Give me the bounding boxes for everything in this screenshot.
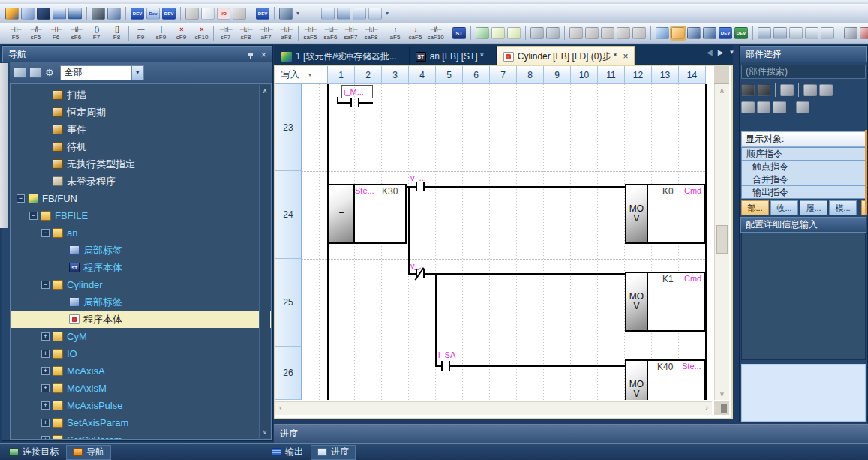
find-next-part-icon[interactable] (757, 84, 770, 96)
delete-vertical-line-button[interactable]: × cF10 (191, 26, 212, 41)
tree-item[interactable]: 未登录程序 (11, 173, 271, 190)
rising-pulse-button[interactable]: ⊣↑⊢ sF7 (215, 26, 236, 41)
remove-part-icon[interactable] (819, 84, 833, 96)
expand-toggle[interactable]: + (41, 367, 50, 375)
project-view-icon[interactable] (5, 8, 19, 20)
part-panel-tab[interactable]: 模... (829, 200, 857, 215)
vertical-line-button[interactable]: | sF9 (151, 26, 171, 41)
device-batch-icon[interactable]: DEV (256, 8, 269, 20)
edit-mode-icon[interactable] (671, 27, 685, 39)
mov-instruction-box[interactable]: MOV (626, 273, 648, 330)
scrollbar-thumb[interactable] (716, 225, 728, 254)
tree-item[interactable]: + SetCyParam (11, 431, 271, 440)
tree-item[interactable]: + McAxisPulse (11, 397, 271, 414)
falling-pulse-close-branch-button[interactable]: ⊣↓⊢ saF8 (361, 26, 381, 41)
falling-pulse-branch-button[interactable]: ⊣↓⊢ aF8 (276, 26, 296, 41)
collapse-all-icon[interactable] (14, 67, 26, 78)
replace-disabled-icon[interactable] (617, 27, 630, 39)
document-tab[interactable]: Cylinder [FB] [LD] (0)步 * × (497, 46, 635, 66)
delete-part-icon[interactable] (773, 101, 786, 113)
horizontal-line-button[interactable]: — F9 (131, 26, 151, 41)
device-comment-icon[interactable]: DEV (131, 8, 144, 20)
close-contact-button[interactable]: ⊣/⊢ sF5 (26, 26, 46, 41)
tree-item[interactable]: + CyM (11, 328, 271, 345)
inline-st-icon[interactable]: ST (452, 27, 466, 39)
ladder-edit-icon[interactable] (201, 8, 215, 20)
tree-item[interactable]: 局部标签 (11, 242, 271, 259)
scroll-left-icon[interactable]: ‹ (279, 403, 282, 412)
tab-close-icon[interactable]: × (623, 51, 628, 62)
device-tree-icon[interactable]: DEV (162, 8, 176, 20)
program-detail-icon[interactable] (68, 8, 82, 20)
tree-item[interactable]: − FBFILE (11, 207, 271, 224)
paste-disabled-icon[interactable] (632, 27, 646, 39)
redo-icon[interactable] (585, 27, 599, 39)
horizontal-scrollbar[interactable]: ‹ › (275, 401, 712, 415)
toolbar-overflow-icon[interactable]: ▾ (384, 10, 390, 17)
tree-item[interactable]: 恒定周期 (11, 104, 271, 121)
expand-toggle[interactable]: − (41, 281, 50, 289)
gear-icon[interactable]: ⚙ (45, 67, 54, 78)
tree-item[interactable]: 待机 (11, 138, 271, 155)
rising-pulse-close-button[interactable]: ⊣↑⊢ saF5 (300, 26, 320, 41)
tree-scrollbar[interactable]: ∧ ∨ (259, 85, 270, 438)
tree-item[interactable]: + McAxisA (11, 362, 271, 380)
chevron-down-icon[interactable]: ▼ (132, 65, 144, 80)
ladder-grid[interactable]: 23 24 25 26 i_M... (275, 84, 714, 400)
part-panel-tab[interactable]: 收... (770, 200, 798, 215)
scroll-down-icon[interactable]: ∨ (715, 389, 729, 398)
part-search-input[interactable]: (部件搜索) (741, 65, 866, 79)
mov-instruction-box[interactable]: MOV (626, 185, 648, 242)
window-tile-icon[interactable] (353, 8, 366, 20)
list-item[interactable]: 触点指令 (742, 161, 865, 173)
invert-result-button[interactable]: ↑ aF5 (385, 26, 405, 41)
module-list-icon[interactable] (796, 101, 809, 113)
read-memory-icon[interactable] (844, 27, 857, 39)
favorite-icon[interactable] (741, 101, 755, 113)
scroll-right-icon[interactable]: › (705, 403, 708, 412)
contact-symbol[interactable] (441, 361, 443, 371)
invert-operation-button[interactable]: ⊣/⊢ caF10 (425, 26, 446, 41)
falling-pulse-button[interactable]: ⊣↓⊢ sF8 (236, 26, 256, 41)
tree-item[interactable]: + McAxisM (11, 380, 271, 397)
rung-comment-icon[interactable] (530, 27, 544, 39)
close-icon[interactable]: × (260, 50, 266, 59)
list-display-icon[interactable] (821, 27, 834, 39)
parameter-icon[interactable] (37, 8, 50, 20)
edit-ladder-icon[interactable] (476, 27, 489, 39)
scroll-up-icon[interactable]: ∧ (260, 87, 270, 95)
tree-item[interactable]: 程序本体 (11, 311, 271, 328)
rising-pulse-branch-button[interactable]: ⊣↑⊢ aF7 (256, 26, 276, 41)
tab-forward-icon[interactable]: ▶ (718, 48, 724, 56)
save-icon[interactable] (21, 8, 35, 20)
intelligent-function-icon[interactable] (233, 8, 246, 20)
find-part-icon[interactable] (741, 84, 755, 96)
application-instruction-button[interactable]: [ ] F8 (107, 26, 127, 41)
document-tab[interactable]: 1 [软元件/缓冲存储器批... (275, 47, 410, 66)
statusbar-tab[interactable]: 输出 (266, 445, 309, 460)
tree-item[interactable]: ST 程序本体 (11, 259, 271, 276)
undo-icon[interactable] (569, 27, 583, 39)
tree-item[interactable]: 扫描 (11, 86, 271, 104)
window-list-icon[interactable] (321, 8, 335, 20)
write-memory-icon[interactable] (860, 27, 868, 39)
contact-symbol[interactable] (416, 182, 417, 191)
contact-symbol[interactable] (350, 98, 352, 107)
rising-pulse-close-branch-button[interactable]: ⊣↑⊢ saF7 (341, 26, 361, 41)
selection-cursor[interactable]: i_M... (341, 85, 373, 98)
expand-toggle[interactable]: − (29, 212, 38, 220)
expand-toggle[interactable]: + (41, 436, 50, 440)
device-find-icon[interactable] (687, 27, 701, 39)
config-detail-input-area[interactable] (741, 364, 866, 422)
tree-filter-dropdown[interactable]: 全部 ▼ (60, 65, 144, 80)
pulse-conversion-button[interactable]: ↓ caF5 (405, 26, 425, 41)
comment-display-icon[interactable] (805, 27, 818, 39)
io-check-icon[interactable]: I/O (217, 8, 230, 20)
window-edit-icon[interactable] (368, 8, 382, 20)
rung-statement-icon[interactable] (546, 27, 560, 39)
add-part-icon[interactable] (803, 84, 817, 96)
coil-button[interactable]: ( ) F7 (86, 26, 107, 41)
falling-pulse-close-button[interactable]: ⊣↓⊢ saF6 (320, 26, 341, 41)
search-disabled-icon[interactable] (601, 27, 614, 39)
statusbar-tab[interactable]: 连接目标 (3, 445, 65, 460)
